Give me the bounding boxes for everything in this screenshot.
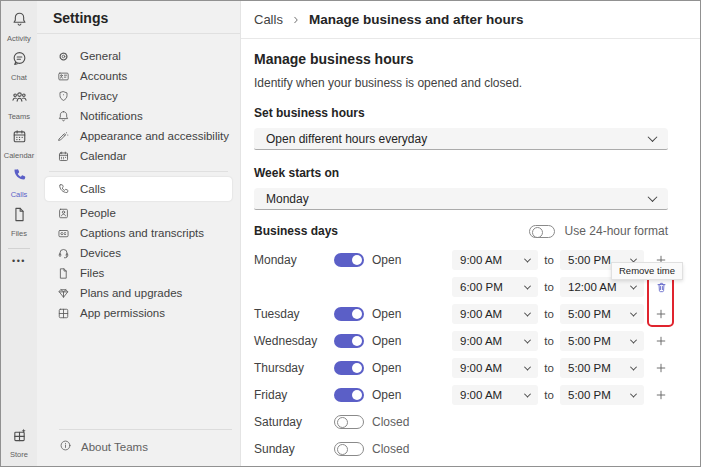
gear-icon [57, 50, 70, 63]
business-day-row-monday: Monday Open 9:00 AM to 5:00 PM [254, 250, 668, 270]
sidebar-item-label: App permissions [80, 307, 165, 319]
rail-item-calendar[interactable]: Calendar [4, 125, 34, 164]
bell-icon [11, 11, 28, 32]
rail-divider [8, 248, 30, 249]
sidebar-item-label: Plans and upgrades [80, 287, 182, 299]
end-time-dropdown[interactable]: 5:00 PM [560, 385, 644, 405]
start-time-dropdown[interactable]: 9:00 AM [452, 304, 538, 324]
rail-store-slot: Store [10, 424, 28, 466]
sidebar-item-plans-and-upgrades[interactable]: Plans and upgrades [45, 283, 232, 303]
about-teams-button[interactable]: About Teams [37, 430, 240, 466]
phone-filled-icon [11, 167, 28, 188]
start-time-dropdown[interactable]: 9:00 AM [452, 358, 538, 378]
captions-icon [57, 227, 70, 240]
sidebar-bottom: About Teams [37, 429, 240, 466]
day-open-toggle[interactable] [334, 442, 364, 456]
sidebar-item-people[interactable]: People [45, 203, 232, 223]
sidebar-item-devices[interactable]: Devices [45, 243, 232, 263]
day-label: Wednesday [254, 334, 334, 348]
chevron-down-icon [524, 255, 531, 262]
day-open-toggle[interactable] [334, 307, 364, 321]
week-starts-on-dropdown[interactable]: Monday [254, 188, 668, 210]
id-card-icon [57, 70, 70, 83]
day-open-toggle[interactable] [334, 361, 364, 375]
sidebar-item-general[interactable]: General [45, 46, 232, 66]
more-icon: ••• [12, 256, 26, 266]
sidebar-item-label: Captions and transcripts [80, 227, 204, 239]
chevron-down-icon [648, 132, 658, 142]
start-time-value: 9:00 AM [460, 389, 502, 401]
set-business-hours-dropdown[interactable]: Open different hours everyday [254, 128, 668, 150]
to-label: to [538, 362, 560, 374]
sidebar-item-captions-and-transcripts[interactable]: Captions and transcripts [45, 223, 232, 243]
day-state-label: Closed [372, 442, 409, 456]
sidebar-item-files[interactable]: Files [45, 263, 232, 283]
to-label: to [538, 335, 560, 347]
use-24-hour-format-toggle[interactable] [529, 225, 555, 238]
rail-item-label: Teams [8, 112, 30, 121]
plus-icon [654, 388, 668, 402]
sidebar-item-appearance-and-accessibility[interactable]: Appearance and accessibility [45, 126, 232, 146]
day-open-toggle[interactable] [334, 334, 364, 348]
day-open-toggle[interactable] [334, 388, 364, 402]
sidebar-item-label: Calls [80, 183, 106, 195]
app-rail: Activity Chat Teams Calendar Calls Files… [1, 1, 37, 466]
end-time-value: 5:00 PM [568, 308, 611, 320]
shield-icon [57, 90, 70, 103]
add-time-button[interactable] [650, 304, 672, 324]
to-label: to [538, 281, 560, 293]
sidebar-item-label: Accounts [80, 70, 127, 82]
to-label: to [538, 389, 560, 401]
store-icon [11, 427, 28, 448]
business-day-row-wednesday: Wednesday Open 9:00 AM to 5:00 PM [254, 331, 668, 351]
sidebar-item-notifications[interactable]: Notifications [45, 106, 232, 126]
plus-icon [654, 361, 668, 375]
add-time-button[interactable] [650, 358, 672, 378]
rail-item-label: Calls [11, 190, 28, 199]
rail-item-activity[interactable]: Activity [4, 8, 34, 47]
remove-time-button[interactable] [650, 277, 672, 297]
add-time-button[interactable] [650, 385, 672, 405]
day-state-label: Open [372, 361, 401, 375]
more-apps-button[interactable]: ••• [12, 252, 26, 270]
end-time-dropdown[interactable]: 12:00 AM [560, 277, 644, 297]
chat-icon [11, 50, 28, 71]
add-time-button[interactable] [650, 331, 672, 351]
sidebar-item-app-permissions[interactable]: App permissions [45, 303, 232, 323]
rail-item-calls[interactable]: Calls [4, 164, 34, 203]
day-state-label: Open [372, 253, 401, 267]
end-time-dropdown[interactable]: 5:00 PM [560, 304, 644, 324]
rail-item-chat[interactable]: Chat [4, 47, 34, 86]
start-time-dropdown[interactable]: 9:00 AM [452, 385, 538, 405]
chevron-down-icon [630, 309, 637, 316]
day-open-toggle[interactable] [334, 253, 364, 267]
teams-settings-window: Activity Chat Teams Calendar Calls Files… [0, 0, 701, 467]
start-time-dropdown[interactable]: 9:00 AM [452, 250, 538, 270]
start-time-dropdown[interactable]: 9:00 AM [452, 331, 538, 351]
set-business-hours-value: Open different hours everyday [266, 132, 427, 146]
rail-item-store[interactable]: Store [10, 424, 28, 463]
settings-nav: General Accounts Privacy Notifications A… [37, 34, 240, 323]
start-time-dropdown[interactable]: 6:00 PM [452, 277, 538, 297]
rail-item-teams[interactable]: Teams [4, 86, 34, 125]
chevron-down-icon [524, 336, 531, 343]
sidebar-item-accounts[interactable]: Accounts [45, 66, 232, 86]
bell-icon [57, 110, 70, 123]
business-day-row-friday: Friday Open 9:00 AM to 5:00 PM [254, 385, 668, 405]
end-time-value: 5:00 PM [568, 335, 611, 347]
day-label: Tuesday [254, 307, 334, 321]
day-open-toggle[interactable] [334, 415, 364, 429]
end-time-dropdown[interactable]: 5:00 PM [560, 358, 644, 378]
sidebar-item-privacy[interactable]: Privacy [45, 86, 232, 106]
breadcrumb-calls-link[interactable]: Calls [254, 12, 283, 27]
day-state-label: Closed [372, 415, 409, 429]
end-time-dropdown[interactable]: 5:00 PM [560, 331, 644, 351]
set-business-hours-label: Set business hours [254, 106, 668, 121]
trash-icon [655, 281, 668, 294]
rail-item-label: Chat [11, 73, 27, 82]
sidebar-item-calls[interactable]: Calls [45, 177, 232, 201]
sidebar-item-label: Devices [80, 247, 121, 259]
page-breadcrumb-title: Manage business and after hours [309, 12, 524, 27]
rail-item-files[interactable]: Files [4, 203, 34, 242]
sidebar-item-calendar[interactable]: Calendar [45, 146, 232, 166]
